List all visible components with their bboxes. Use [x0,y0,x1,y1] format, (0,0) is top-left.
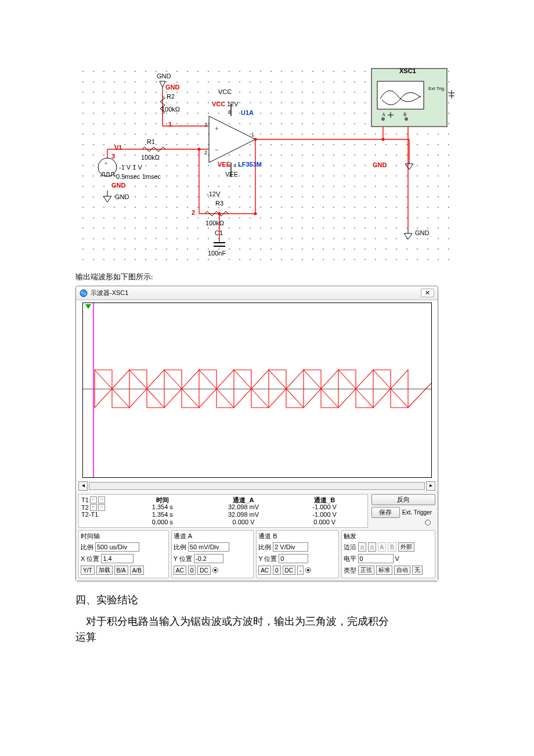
t2-right-icon[interactable]: → [98,504,105,511]
type-norm[interactable]: 标准 [376,566,392,575]
t1-right-icon[interactable]: → [98,496,105,503]
cha-scale-input[interactable]: 50 mV/Div [188,542,229,552]
t1-label: T1 [81,496,89,503]
trig-b[interactable]: B [388,542,396,552]
scroll-left-icon[interactable]: ◂ [78,481,88,491]
lbl-vcc: VCC [218,88,232,95]
caption-output: 输出端波形如下图所示: [75,272,459,282]
xpos-l: X 位置 [81,555,99,563]
t1-b: -1.000 V [284,503,365,511]
waveform-svg [83,303,431,477]
lbl-r1: R1 [147,138,155,145]
h-scrollbar[interactable]: ◂ ▸ [76,480,438,492]
trig-title: 触发 [344,532,434,541]
save-button[interactable]: 保存 [371,507,400,518]
lbl-part: LF353M [238,161,262,168]
t2-time: 1.354 s [122,511,203,519]
lbl-r3v: 100kΩ [205,219,224,226]
chb-scale-l: 比例 [258,543,271,552]
diff-time: 0.000 s [122,519,203,526]
conclusion-line2: 运算 [75,629,459,645]
oscilloscope-window: 示波器-XSC1 ✕ ◂ [75,286,438,581]
waveform-screen[interactable] [82,303,432,478]
lbl-vee-red: VEE [218,161,230,168]
reverse-button[interactable]: 反向 [371,494,435,505]
ext-trigger-radio[interactable] [425,520,431,525]
chb-radio[interactable] [305,567,311,573]
edge-fall-icon[interactable]: ⎍ [368,542,376,552]
net-2: 2 [192,209,195,216]
edge-l: 边沿 [344,543,356,552]
level-input[interactable]: 0 [358,554,394,563]
t1-time: 1.354 s [122,503,203,511]
yt-button[interactable]: Y/T [81,566,95,575]
pin8: 8 [228,109,231,115]
section-heading: 四、实验结论 [75,593,459,607]
chb-0[interactable]: 0 [273,566,281,575]
lbl-c1v: 100nF [208,250,226,257]
lbl-xsc1: XSC1 [399,67,416,74]
gnd-l: GND [115,193,129,200]
t1-a: 32.098 mV [203,503,284,511]
lbl-gnd-top: GND [157,73,171,80]
gnd-right: GND [415,229,429,236]
lbl-vcc-red: VCC [212,100,225,107]
scroll-right-icon[interactable]: ▸ [426,481,435,491]
cha-ypos-input[interactable]: -0.2 [194,554,223,563]
chb-dc[interactable]: DC [283,566,295,575]
xpos-input[interactable]: 1.4 [101,554,134,563]
net-1: 1 [168,121,172,128]
cha-dc[interactable]: DC [197,566,210,575]
time-title: 时间轴 [81,532,167,541]
lbl-v1amp: -1 V 1 V [119,164,142,171]
ab-button[interactable]: A/B [130,566,144,575]
t2-left-icon[interactable]: ← [90,504,97,511]
pin4: 4 [233,163,236,168]
lbl-r3: R3 [215,200,223,207]
diff-label: T2-T1 [81,511,122,519]
scope-titlebar[interactable]: 示波器-XSC1 ✕ [76,286,438,300]
cha-h: 通道_A [203,496,284,503]
lbl-gnd-top-red: GND [165,84,179,91]
lbl-v1time: 0.5msec 1msec [116,173,161,180]
trigger-group: 触发 边沿⎍⎍AB外部 电平0V 类型正弦标准自动无 [341,530,436,578]
timebase-group: 时间轴 比例500 us/Div X 位置1.4 Y/T加载B/AA/B [78,530,169,578]
trig-ext[interactable]: 外部 [398,542,414,552]
trig-a[interactable]: A [378,542,387,552]
level-l: 电平 [344,555,356,563]
lbl-ext: Ext Trig [428,86,444,91]
chb-h: 通道_B [284,496,365,503]
readout-panel: T1←→ T2←→ T2-T1 时间1.354 s1.354 s0.000 s … [78,494,368,528]
type-none[interactable]: 无 [412,566,423,575]
close-button[interactable]: ✕ [421,289,434,297]
chb-minus[interactable]: - [297,566,304,575]
time-h: 时间 [122,496,203,503]
conclusion-line1: 对于积分电路当输入为锯齿波或方波时，输出为三角波，完成积分 [75,614,459,629]
t2-b: -1.000 V [284,511,365,519]
type-auto[interactable]: 自动 [394,566,410,575]
cha-title: 通道 A [174,532,251,541]
net-3: 3 [111,153,115,160]
cha-ac[interactable]: AC [174,566,186,575]
lbl-vee: VEE [225,171,238,178]
chb-ypos-input[interactable]: 0 [279,554,308,563]
lbl-12v: 12V [227,100,239,107]
ba-button[interactable]: B/A [114,566,128,575]
t1-left-icon[interactable]: ← [90,496,97,503]
lbl-r1v: 100kΩ [141,154,160,161]
add-button[interactable]: 加载 [96,566,113,575]
gnd-osc: GND [373,161,387,168]
level-u: V [395,555,399,562]
type-sine[interactable]: 正弦 [358,566,374,575]
cha-0[interactable]: 0 [188,566,196,575]
diff-a: 0.000 V [203,519,284,526]
scroll-track[interactable] [89,482,425,490]
type-l: 类型 [344,566,356,575]
time-scale-input[interactable]: 500 us/Div [95,542,139,552]
edge-rise-icon[interactable]: ⎍ [358,542,366,552]
chb-ac[interactable]: AC [258,566,271,575]
cha-radio[interactable] [212,567,218,573]
chb-scale-input[interactable]: 2 V/Div [273,542,308,552]
pin1: 1 [251,132,254,138]
circuit-diagram: AB +− [75,64,459,267]
